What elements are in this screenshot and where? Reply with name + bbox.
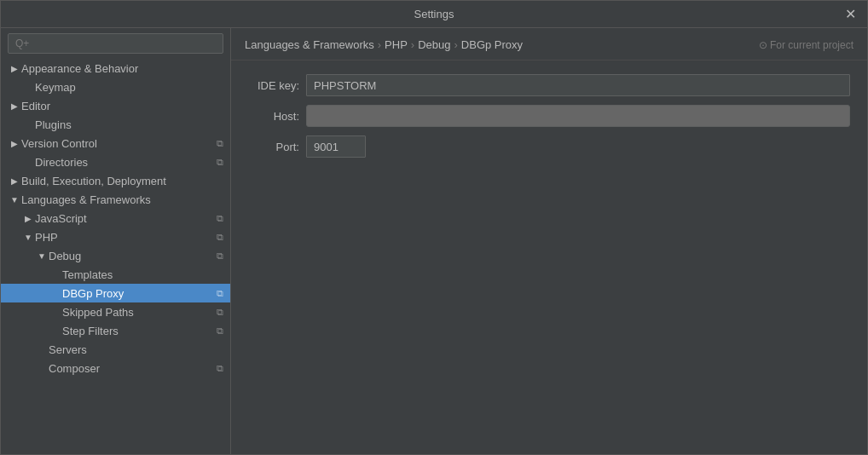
host-label: Host: (248, 110, 299, 123)
sidebar-item-label: Servers (49, 343, 230, 356)
tree-spacer (49, 324, 62, 337)
settings-window: Settings ✕ ▶Appearance & BehaviorKeymap▶… (0, 0, 868, 455)
sidebar-item-label: Debug (49, 250, 213, 262)
breadcrumb-item-2: Debug (418, 38, 450, 51)
tree-spacer (49, 305, 62, 319)
sidebar-item-step-filters[interactable]: Step Filters⧉ (1, 321, 230, 340)
content-area: ▶Appearance & BehaviorKeymap▶EditorPlugi… (1, 28, 867, 454)
sidebar-item-editor[interactable]: ▶Editor (1, 96, 230, 115)
port-label: Port: (248, 141, 299, 153)
sidebar-item-label: JavaScript (35, 212, 213, 225)
tree-arrow-icon: ▶ (21, 211, 35, 225)
sidebar-item-label: Languages & Frameworks (21, 193, 230, 206)
tree-spacer (49, 286, 62, 300)
breadcrumb-separator: › (378, 38, 381, 51)
sidebar-item-plugins[interactable]: Plugins (1, 115, 230, 134)
tree-spacer (21, 118, 35, 131)
sidebar-item-javascript[interactable]: ▶JavaScript⧉ (1, 209, 230, 228)
tree-arrow-icon: ▶ (8, 174, 21, 187)
copy-icon: ⧉ (213, 324, 227, 337)
tree-spacer (21, 155, 35, 169)
settings-tree: ▶Appearance & BehaviorKeymap▶EditorPlugi… (1, 59, 230, 454)
sidebar: ▶Appearance & BehaviorKeymap▶EditorPlugi… (1, 28, 231, 454)
sidebar-item-label: Plugins (35, 118, 230, 131)
sidebar-item-keymap[interactable]: Keymap (1, 78, 230, 96)
port-row: Port: (248, 135, 850, 158)
sidebar-item-directories[interactable]: Directories⧉ (1, 153, 230, 171)
tree-arrow-icon: ▶ (8, 136, 21, 150)
sidebar-item-composer[interactable]: Composer⧉ (1, 359, 230, 377)
host-input[interactable] (306, 105, 850, 127)
tree-arrow-icon: ▼ (21, 230, 35, 244)
copy-icon: ⧉ (213, 286, 227, 300)
breadcrumb-separator: › (411, 38, 414, 51)
copy-icon: ⧉ (213, 305, 227, 319)
ide-key-row: IDE key: (248, 74, 850, 96)
sidebar-item-label: Appearance & Behavior (21, 62, 230, 75)
sidebar-item-servers[interactable]: Servers (1, 340, 230, 359)
breadcrumb-project: ⊙ For current project (759, 39, 854, 51)
tree-arrow-icon: ▶ (8, 61, 21, 75)
sidebar-item-label: Directories (35, 156, 213, 169)
breadcrumb: Languages & Frameworks › PHP › Debug › D… (231, 28, 867, 60)
sidebar-item-label: DBGp Proxy (62, 287, 213, 300)
sidebar-item-appearance[interactable]: ▶Appearance & Behavior (1, 59, 230, 78)
copy-icon: ⧉ (213, 136, 227, 150)
copy-icon: ⧉ (213, 361, 227, 375)
port-input[interactable] (306, 135, 366, 158)
ide-key-label: IDE key: (248, 79, 299, 92)
sidebar-item-label: Keymap (35, 81, 230, 94)
sidebar-item-label: Editor (21, 100, 230, 112)
tree-arrow-icon: ▼ (35, 249, 49, 262)
sidebar-item-version-control[interactable]: ▶Version Control⧉ (1, 134, 230, 153)
form-area: IDE key: Host: Port: (231, 60, 867, 171)
sidebar-item-debug[interactable]: ▼Debug⧉ (1, 246, 230, 265)
copy-icon: ⧉ (213, 211, 227, 225)
sidebar-item-label: Build, Execution, Deployment (21, 175, 230, 187)
breadcrumb-separator: › (454, 38, 457, 51)
sidebar-item-label: Step Filters (62, 325, 213, 337)
close-button[interactable]: ✕ (842, 6, 859, 23)
tree-arrow-icon: ▼ (8, 193, 21, 206)
sidebar-item-php[interactable]: ▼PHP⧉ (1, 228, 230, 246)
sidebar-item-skipped-paths[interactable]: Skipped Paths⧉ (1, 302, 230, 321)
search-box (8, 33, 223, 54)
breadcrumb-item-1: PHP (385, 38, 408, 51)
window-title: Settings (414, 8, 454, 20)
sidebar-item-label: Composer (49, 362, 213, 375)
copy-icon: ⧉ (213, 155, 227, 169)
sidebar-item-languages[interactable]: ▼Languages & Frameworks (1, 190, 230, 209)
sidebar-item-label: PHP (35, 231, 213, 244)
breadcrumb-item-3: DBGp Proxy (461, 38, 523, 51)
tree-spacer (35, 343, 49, 356)
breadcrumb-item-0: Languages & Frameworks (245, 38, 374, 51)
copy-icon: ⧉ (213, 249, 227, 262)
host-row: Host: (248, 105, 850, 127)
tree-arrow-icon: ▶ (8, 99, 21, 112)
sidebar-item-templates[interactable]: Templates (1, 265, 230, 284)
tree-spacer (49, 268, 62, 281)
ide-key-input[interactable] (306, 74, 850, 96)
sidebar-item-build[interactable]: ▶Build, Execution, Deployment (1, 171, 230, 190)
sidebar-item-label: Version Control (21, 137, 213, 150)
title-bar: Settings ✕ (1, 1, 867, 28)
tree-spacer (21, 80, 35, 94)
tree-spacer (35, 361, 49, 375)
sidebar-item-dbgp-proxy[interactable]: DBGp Proxy⧉ (1, 284, 230, 302)
search-input[interactable] (8, 33, 223, 54)
sidebar-item-label: Templates (62, 268, 230, 281)
copy-icon: ⧉ (213, 230, 227, 244)
main-panel: Languages & Frameworks › PHP › Debug › D… (231, 28, 867, 454)
sidebar-item-label: Skipped Paths (62, 306, 213, 319)
